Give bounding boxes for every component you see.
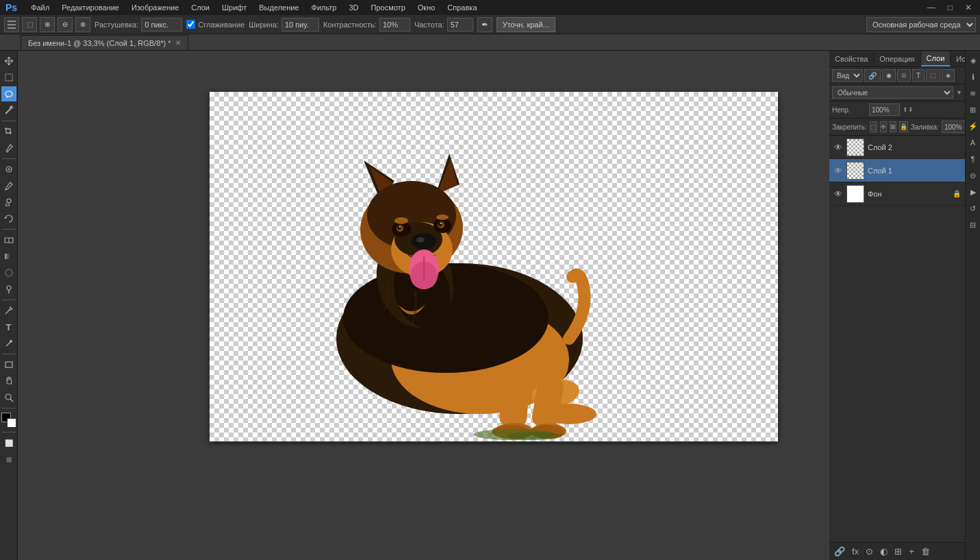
screen-mode-btn[interactable]: ⊞ [1, 452, 16, 467]
new-adj-btn[interactable]: ◐ [878, 546, 890, 557]
layer-1-visibility[interactable]: 👁 [833, 166, 843, 175]
svg-point-48 [438, 222, 442, 226]
add-mask-btn[interactable]: ⊙ [864, 546, 875, 557]
selection-options-4[interactable]: ⊗ [75, 17, 90, 32]
selection-options-1[interactable]: ⬚ [22, 17, 37, 32]
right-icon-7[interactable]: ¶ [966, 152, 980, 166]
right-icon-11[interactable]: ⊟ [966, 218, 980, 232]
layers-view-select[interactable]: Вид [832, 69, 863, 82]
refine-edge-btn[interactable]: Уточн. край... [497, 17, 555, 32]
brush-tool[interactable] [1, 178, 16, 193]
zoom-tool[interactable] [1, 390, 16, 405]
right-icon-1[interactable]: ◈ [966, 53, 980, 67]
clone-tool[interactable] [1, 195, 16, 210]
smooth-checkbox[interactable] [186, 20, 195, 29]
layers-tab[interactable]: Слои [921, 51, 951, 66]
right-icon-5[interactable]: ⚡ [966, 119, 980, 133]
right-icon-3[interactable]: ≋ [966, 86, 980, 100]
menu-filter[interactable]: Фильтр [306, 2, 342, 13]
heal-tool[interactable] [1, 162, 16, 177]
right-icon-10[interactable]: ↺ [966, 202, 980, 215]
layer-filter-pixel-btn[interactable]: ◉ [882, 69, 896, 82]
hand-tool[interactable] [1, 374, 16, 389]
operations-tab[interactable]: Операция [874, 52, 920, 66]
menu-type[interactable]: Шрифт [216, 2, 252, 13]
eraser-tool[interactable] [1, 232, 16, 247]
magic-wand-tool[interactable] [1, 103, 16, 118]
selection-options-2[interactable]: ⊕ [40, 17, 55, 32]
selection-options-3[interactable]: ⊖ [58, 17, 73, 32]
eyedropper-tool[interactable] [1, 141, 16, 156]
opacity-arrows[interactable]: ⬆⬇ [903, 106, 914, 113]
blend-mode-select[interactable]: Обычные [832, 86, 953, 99]
tool-options-icon[interactable] [4, 17, 19, 32]
layer-filter-shape-btn[interactable]: ⬚ [926, 69, 940, 82]
opacity-input[interactable] [869, 104, 900, 116]
move-tool[interactable] [1, 53, 16, 69]
delete-layer-btn[interactable]: 🗑 [919, 546, 932, 557]
layer-filter-smart-btn[interactable]: ◈ [942, 69, 955, 82]
lasso-tool[interactable] [1, 86, 16, 101]
menu-image[interactable]: Изображение [126, 2, 184, 13]
layer-fx-btn[interactable]: fx [850, 546, 861, 557]
width-input[interactable] [281, 18, 319, 32]
right-icon-9[interactable]: ▶ [966, 185, 980, 199]
type-tool[interactable]: T [1, 319, 16, 334]
svg-point-39 [416, 237, 425, 243]
opacity-label: Непр. [832, 106, 866, 114]
menu-edit[interactable]: Редактирование [56, 2, 125, 13]
history-brush-tool[interactable] [1, 211, 16, 226]
pen-pressure-btn[interactable]: ✒ [477, 17, 492, 32]
right-icon-8[interactable]: ⊝ [966, 169, 980, 182]
lock-artboard-btn[interactable]: ⊞ [890, 121, 896, 132]
layer-bg-visibility[interactable]: 👁 [833, 189, 843, 199]
marquee-tool[interactable] [1, 70, 16, 85]
layer-filter-type-btn[interactable]: T [912, 69, 925, 82]
tool-colors[interactable] [1, 413, 16, 428]
new-layer-btn[interactable]: + [907, 546, 916, 557]
layer-bg-name: Фон [868, 190, 949, 198]
feather-input[interactable] [141, 18, 182, 32]
canvas-checker [210, 92, 778, 441]
layer-item-bg[interactable]: 👁 Фон 🔒 [829, 182, 965, 206]
workspace-select[interactable]: Основная рабочая среда [866, 17, 976, 32]
link-layers-btn[interactable]: 🔗 [832, 546, 847, 557]
right-icon-4[interactable]: ⊞ [966, 103, 980, 117]
right-icon-6[interactable]: A [966, 136, 980, 149]
new-group-btn[interactable]: ⊞ [892, 546, 904, 557]
layer-item-2[interactable]: 👁 Слой 2 [829, 136, 965, 159]
quick-mask-btn[interactable]: ⬜ [1, 435, 16, 450]
path-select-tool[interactable] [1, 336, 16, 351]
background-color[interactable] [7, 418, 16, 428]
menu-help[interactable]: Справка [442, 2, 482, 13]
layer-filter-adj-btn[interactable]: ⊙ [897, 69, 911, 82]
lock-pixels-btn[interactable]: ⬚ [870, 121, 877, 132]
layer-link-btn[interactable]: 🔗 [864, 69, 881, 82]
layer-item-1[interactable]: 👁 Слой 1 [829, 159, 965, 182]
document-tab[interactable]: Без имени-1 @ 33,3% (Слой 1, RGB/8*) * ✕ [21, 35, 188, 50]
menu-select[interactable]: Выделение [253, 2, 304, 13]
minimize-btn[interactable]: — [922, 1, 941, 14]
frequency-input[interactable] [447, 18, 473, 32]
pen-tool[interactable] [1, 303, 16, 318]
lock-position-btn[interactable]: ✛ [880, 121, 887, 132]
menu-3d[interactable]: 3D [343, 2, 364, 13]
menu-file[interactable]: Файл [25, 2, 55, 13]
properties-tab[interactable]: Свойства [829, 52, 874, 66]
menu-layers[interactable]: Слои [186, 2, 215, 13]
maximize-btn[interactable]: □ [942, 1, 958, 14]
menu-window[interactable]: Окно [412, 2, 441, 13]
right-icon-2[interactable]: ℹ [966, 70, 980, 84]
rect-shape-tool[interactable] [1, 357, 16, 372]
menu-view[interactable]: Просмотр [366, 2, 411, 13]
blur-tool[interactable] [1, 265, 16, 280]
lock-all-btn[interactable]: 🔒 [899, 121, 908, 132]
gradient-tool[interactable] [1, 249, 16, 264]
crop-tool[interactable] [1, 124, 16, 139]
tab-close-btn[interactable]: ✕ [175, 39, 181, 47]
contrast-input[interactable] [379, 18, 410, 32]
svg-point-56 [507, 432, 562, 440]
close-btn[interactable]: ✕ [959, 1, 977, 14]
layer-2-visibility[interactable]: 👁 [833, 143, 843, 152]
dodge-tool[interactable] [1, 282, 16, 297]
